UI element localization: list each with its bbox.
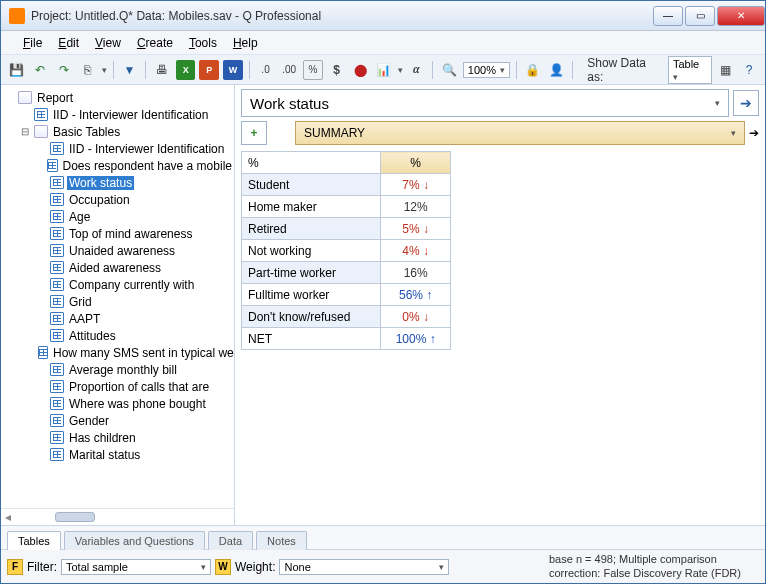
decimal-icon[interactable]: .0 [256, 60, 276, 80]
percent-icon[interactable]: % [303, 60, 323, 80]
copy-icon[interactable]: ⎘ [78, 60, 98, 80]
table-row-value[interactable]: 100% ↑ [381, 328, 451, 350]
tree-item[interactable]: Age [1, 208, 234, 225]
dollar-icon[interactable]: $ [327, 60, 347, 80]
tree-item[interactable]: Gender [1, 412, 234, 429]
tab-variables[interactable]: Variables and Questions [64, 531, 205, 550]
weight-combo[interactable]: None▾ [279, 559, 449, 575]
table-row-label[interactable]: Part-time worker [242, 262, 381, 284]
col-header[interactable]: % [381, 152, 451, 174]
filter-icon[interactable]: ▼ [120, 60, 140, 80]
tree-item[interactable]: Has children [1, 429, 234, 446]
tab-data[interactable]: Data [208, 531, 253, 550]
layout-icon[interactable]: ▦ [716, 60, 736, 80]
row-next-button[interactable]: ➔ [733, 90, 759, 116]
tree-item[interactable]: IID - Interviewer Identification [1, 106, 234, 123]
tree-item[interactable]: IID - Interviewer Identification [1, 140, 234, 157]
tree-item[interactable]: AAPT [1, 310, 234, 327]
tree-scrollbar[interactable]: ◂ [1, 508, 234, 525]
table-row-value[interactable]: 56% ↑ [381, 284, 451, 306]
table-row-value[interactable]: 0% ↓ [381, 306, 451, 328]
weight-flag-icon: W [215, 559, 231, 575]
tree-item[interactable]: Top of mind awareness [1, 225, 234, 242]
tree-item[interactable]: Unaided awareness [1, 242, 234, 259]
table-row-value[interactable]: 16% [381, 262, 451, 284]
tree-item[interactable]: Does respondent have a mobile [1, 157, 234, 174]
toolbar: 💾 ↶ ↷ ⎘ ▾ ▼ 🖶 X P W .0 .00 % $ ⬤ 📊 ▾ α 🔍… [1, 55, 765, 85]
powerpoint-icon[interactable]: P [199, 60, 219, 80]
report-tree-pane: ReportIID - Interviewer Identification⊟B… [1, 85, 235, 525]
show-data-label: Show Data as: [587, 56, 664, 84]
tree-item[interactable]: ⊟Basic Tables [1, 123, 234, 140]
tree-item[interactable]: Average monthly bill [1, 361, 234, 378]
table-row-label[interactable]: Home maker [242, 196, 381, 218]
window-title: Project: Untitled.Q* Data: Mobiles.sav -… [31, 9, 651, 23]
maximize-button[interactable]: ▭ [685, 6, 715, 26]
user-icon[interactable]: 👤 [547, 60, 567, 80]
table-row-label[interactable]: Student [242, 174, 381, 196]
filter-label: Filter: [27, 560, 57, 574]
tree-item[interactable]: Aided awareness [1, 259, 234, 276]
table-row-label[interactable]: NET [242, 328, 381, 350]
report-tree[interactable]: ReportIID - Interviewer Identification⊟B… [1, 85, 234, 508]
decimal2-icon[interactable]: .00 [279, 60, 299, 80]
table-row-label[interactable]: Not working [242, 240, 381, 262]
minimize-button[interactable]: — [653, 6, 683, 26]
save-icon[interactable]: 💾 [7, 60, 27, 80]
menu-file[interactable]: File [17, 34, 48, 52]
word-icon[interactable]: W [223, 60, 243, 80]
column-variable-selector[interactable]: SUMMARY▾ [295, 121, 745, 145]
tree-item[interactable]: Grid [1, 293, 234, 310]
bottom-tabs: Tables Variables and Questions Data Note… [1, 525, 765, 549]
lock-icon[interactable]: 🔒 [523, 60, 543, 80]
undo-icon[interactable]: ↶ [31, 60, 51, 80]
excel-icon[interactable]: X [176, 60, 196, 80]
table-row-value[interactable]: 5% ↓ [381, 218, 451, 240]
tree-item[interactable]: Company currently with [1, 276, 234, 293]
menubar: File Edit View Create Tools Help [1, 31, 765, 55]
show-data-combo[interactable]: Table ▾ [668, 56, 712, 84]
table-row-label[interactable]: Retired [242, 218, 381, 240]
add-table-button[interactable]: + [241, 121, 267, 145]
tab-notes[interactable]: Notes [256, 531, 307, 550]
column-next-button[interactable]: ➔ [749, 126, 759, 140]
table-row-label[interactable]: Fulltime worker [242, 284, 381, 306]
row-header[interactable]: % [242, 152, 381, 174]
tree-item[interactable]: Report [1, 89, 234, 106]
row-variable-selector[interactable]: Work status▾ [241, 89, 729, 117]
tree-item[interactable]: Attitudes [1, 327, 234, 344]
tree-item[interactable]: Occupation [1, 191, 234, 208]
menu-tools[interactable]: Tools [183, 34, 223, 52]
status-info: base n = 498; Multiple comparison correc… [549, 553, 759, 579]
alpha-icon[interactable]: α [407, 60, 427, 80]
tree-item[interactable]: How many SMS sent in typical week [1, 344, 234, 361]
filter-combo[interactable]: Total sample▾ [61, 559, 211, 575]
help-icon[interactable]: ? [739, 60, 759, 80]
print-icon[interactable]: 🖶 [152, 60, 172, 80]
stop-icon[interactable]: ⬤ [350, 60, 370, 80]
zoom-combo[interactable]: 100%▾ [463, 62, 510, 78]
tree-item[interactable]: Marital status [1, 446, 234, 463]
menu-view[interactable]: View [89, 34, 127, 52]
tree-item[interactable]: Where was phone bought [1, 395, 234, 412]
tree-item[interactable]: Proportion of calls that are [1, 378, 234, 395]
filter-flag-icon: F [7, 559, 23, 575]
close-button[interactable]: ✕ [717, 6, 765, 26]
tab-tables[interactable]: Tables [7, 531, 61, 550]
titlebar: Project: Untitled.Q* Data: Mobiles.sav -… [1, 1, 765, 31]
zoom-icon[interactable]: 🔍 [439, 60, 459, 80]
redo-icon[interactable]: ↷ [54, 60, 74, 80]
table-row-value[interactable]: 12% [381, 196, 451, 218]
tree-item[interactable]: Work status [1, 174, 234, 191]
content-pane: Work status▾ ➔ + SUMMARY▾ ➔ % % Student … [235, 85, 765, 525]
menu-edit[interactable]: Edit [52, 34, 85, 52]
stats-icon[interactable]: 📊 [374, 60, 394, 80]
menu-create[interactable]: Create [131, 34, 179, 52]
table-row-value[interactable]: 4% ↓ [381, 240, 451, 262]
app-icon [9, 8, 25, 24]
table-row-value[interactable]: 7% ↓ [381, 174, 451, 196]
table-row-label[interactable]: Don't know/refused [242, 306, 381, 328]
weight-label: Weight: [235, 560, 275, 574]
menu-help[interactable]: Help [227, 34, 264, 52]
statusbar: F Filter: Total sample▾ W Weight: None▾ … [1, 549, 765, 583]
